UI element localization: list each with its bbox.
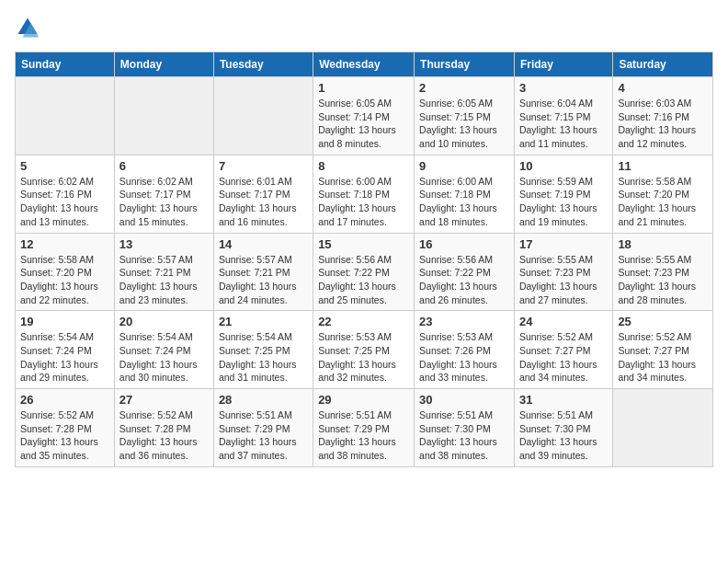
calendar-week-row: 12Sunrise: 5:58 AM Sunset: 7:20 PM Dayli… bbox=[16, 233, 713, 311]
calendar-cell: 22Sunrise: 5:53 AM Sunset: 7:25 PM Dayli… bbox=[313, 311, 415, 389]
day-number: 13 bbox=[119, 237, 209, 251]
calendar-cell: 2Sunrise: 6:05 AM Sunset: 7:15 PM Daylig… bbox=[415, 77, 515, 155]
day-number: 31 bbox=[519, 393, 608, 407]
calendar-week-row: 5Sunrise: 6:02 AM Sunset: 7:16 PM Daylig… bbox=[16, 155, 713, 233]
calendar-cell: 25Sunrise: 5:52 AM Sunset: 7:27 PM Dayli… bbox=[613, 311, 713, 389]
day-info: Sunrise: 6:05 AM Sunset: 7:14 PM Dayligh… bbox=[318, 97, 409, 151]
day-info: Sunrise: 5:51 AM Sunset: 7:29 PM Dayligh… bbox=[318, 408, 409, 463]
calendar-cell: 27Sunrise: 5:52 AM Sunset: 7:28 PM Dayli… bbox=[114, 389, 213, 467]
calendar-week-row: 26Sunrise: 5:52 AM Sunset: 7:28 PM Dayli… bbox=[16, 389, 713, 467]
page-header bbox=[15, 15, 713, 40]
day-info: Sunrise: 5:57 AM Sunset: 7:21 PM Dayligh… bbox=[219, 253, 308, 307]
calendar-cell: 19Sunrise: 5:54 AM Sunset: 7:24 PM Dayli… bbox=[16, 311, 115, 389]
day-info: Sunrise: 5:55 AM Sunset: 7:23 PM Dayligh… bbox=[618, 253, 708, 307]
day-info: Sunrise: 5:51 AM Sunset: 7:30 PM Dayligh… bbox=[519, 408, 608, 463]
day-info: Sunrise: 6:02 AM Sunset: 7:16 PM Dayligh… bbox=[20, 175, 109, 229]
day-number: 4 bbox=[618, 81, 708, 95]
day-info: Sunrise: 5:51 AM Sunset: 7:30 PM Dayligh… bbox=[419, 408, 509, 463]
day-info: Sunrise: 5:58 AM Sunset: 7:20 PM Dayligh… bbox=[20, 253, 109, 307]
calendar-cell bbox=[16, 77, 115, 155]
day-info: Sunrise: 5:51 AM Sunset: 7:29 PM Dayligh… bbox=[219, 408, 308, 463]
day-number: 5 bbox=[20, 159, 109, 173]
calendar-week-row: 1Sunrise: 6:05 AM Sunset: 7:14 PM Daylig… bbox=[16, 77, 713, 155]
day-info: Sunrise: 5:52 AM Sunset: 7:27 PM Dayligh… bbox=[618, 330, 708, 385]
day-number: 26 bbox=[20, 393, 109, 407]
weekday-header: Monday bbox=[114, 52, 213, 77]
day-number: 28 bbox=[219, 393, 308, 407]
calendar-cell: 3Sunrise: 6:04 AM Sunset: 7:15 PM Daylig… bbox=[514, 77, 612, 155]
day-number: 16 bbox=[419, 237, 509, 251]
day-info: Sunrise: 5:54 AM Sunset: 7:24 PM Dayligh… bbox=[119, 330, 209, 385]
calendar-cell: 16Sunrise: 5:56 AM Sunset: 7:22 PM Dayli… bbox=[415, 233, 515, 311]
calendar-cell: 30Sunrise: 5:51 AM Sunset: 7:30 PM Dayli… bbox=[415, 389, 515, 467]
calendar-cell: 17Sunrise: 5:55 AM Sunset: 7:23 PM Dayli… bbox=[514, 233, 612, 311]
day-number: 21 bbox=[219, 315, 308, 328]
day-number: 11 bbox=[618, 159, 708, 173]
day-info: Sunrise: 5:53 AM Sunset: 7:26 PM Dayligh… bbox=[419, 330, 509, 385]
day-number: 3 bbox=[519, 81, 608, 95]
weekday-header: Wednesday bbox=[313, 52, 415, 77]
calendar-cell: 24Sunrise: 5:52 AM Sunset: 7:27 PM Dayli… bbox=[514, 311, 612, 389]
day-info: Sunrise: 5:55 AM Sunset: 7:23 PM Dayligh… bbox=[519, 253, 608, 307]
day-number: 12 bbox=[20, 237, 109, 251]
calendar-cell bbox=[114, 77, 213, 155]
calendar-cell: 21Sunrise: 5:54 AM Sunset: 7:25 PM Dayli… bbox=[213, 311, 313, 389]
weekday-header: Friday bbox=[514, 52, 612, 77]
day-info: Sunrise: 5:54 AM Sunset: 7:25 PM Dayligh… bbox=[219, 330, 308, 385]
day-number: 14 bbox=[219, 237, 308, 251]
day-info: Sunrise: 5:54 AM Sunset: 7:24 PM Dayligh… bbox=[20, 330, 109, 385]
weekday-header: Sunday bbox=[16, 52, 115, 77]
day-number: 2 bbox=[419, 81, 509, 95]
calendar-cell: 23Sunrise: 5:53 AM Sunset: 7:26 PM Dayli… bbox=[415, 311, 515, 389]
calendar-cell: 13Sunrise: 5:57 AM Sunset: 7:21 PM Dayli… bbox=[114, 233, 213, 311]
day-info: Sunrise: 6:04 AM Sunset: 7:15 PM Dayligh… bbox=[519, 97, 608, 151]
day-info: Sunrise: 6:00 AM Sunset: 7:18 PM Dayligh… bbox=[419, 175, 509, 229]
day-number: 18 bbox=[618, 237, 708, 251]
calendar-cell: 7Sunrise: 6:01 AM Sunset: 7:17 PM Daylig… bbox=[213, 155, 313, 233]
logo bbox=[15, 15, 44, 40]
day-info: Sunrise: 5:56 AM Sunset: 7:22 PM Dayligh… bbox=[419, 253, 509, 307]
calendar-cell bbox=[213, 77, 313, 155]
day-info: Sunrise: 6:02 AM Sunset: 7:17 PM Dayligh… bbox=[119, 175, 209, 229]
day-number: 25 bbox=[618, 315, 708, 328]
calendar-cell: 4Sunrise: 6:03 AM Sunset: 7:16 PM Daylig… bbox=[613, 77, 713, 155]
day-number: 19 bbox=[20, 315, 109, 328]
calendar-cell bbox=[613, 389, 713, 467]
calendar-cell: 18Sunrise: 5:55 AM Sunset: 7:23 PM Dayli… bbox=[613, 233, 713, 311]
day-info: Sunrise: 5:53 AM Sunset: 7:25 PM Dayligh… bbox=[318, 330, 409, 385]
day-number: 15 bbox=[318, 237, 409, 251]
calendar-cell: 31Sunrise: 5:51 AM Sunset: 7:30 PM Dayli… bbox=[514, 389, 612, 467]
weekday-header-row: SundayMondayTuesdayWednesdayThursdayFrid… bbox=[16, 52, 713, 77]
day-number: 10 bbox=[519, 159, 608, 173]
day-info: Sunrise: 5:59 AM Sunset: 7:19 PM Dayligh… bbox=[519, 175, 608, 229]
day-number: 20 bbox=[119, 315, 209, 328]
calendar-cell: 28Sunrise: 5:51 AM Sunset: 7:29 PM Dayli… bbox=[213, 389, 313, 467]
day-info: Sunrise: 5:52 AM Sunset: 7:28 PM Dayligh… bbox=[119, 408, 209, 463]
day-number: 6 bbox=[119, 159, 209, 173]
day-info: Sunrise: 5:52 AM Sunset: 7:27 PM Dayligh… bbox=[519, 330, 608, 385]
weekday-header: Thursday bbox=[415, 52, 515, 77]
calendar-cell: 1Sunrise: 6:05 AM Sunset: 7:14 PM Daylig… bbox=[313, 77, 415, 155]
day-number: 29 bbox=[318, 393, 409, 407]
weekday-header: Saturday bbox=[613, 52, 713, 77]
calendar-cell: 12Sunrise: 5:58 AM Sunset: 7:20 PM Dayli… bbox=[16, 233, 115, 311]
day-info: Sunrise: 6:01 AM Sunset: 7:17 PM Dayligh… bbox=[219, 175, 308, 229]
weekday-header: Tuesday bbox=[213, 52, 313, 77]
calendar-cell: 26Sunrise: 5:52 AM Sunset: 7:28 PM Dayli… bbox=[16, 389, 115, 467]
calendar-cell: 5Sunrise: 6:02 AM Sunset: 7:16 PM Daylig… bbox=[16, 155, 115, 233]
day-number: 27 bbox=[119, 393, 209, 407]
day-number: 7 bbox=[219, 159, 308, 173]
calendar-cell: 14Sunrise: 5:57 AM Sunset: 7:21 PM Dayli… bbox=[213, 233, 313, 311]
day-number: 9 bbox=[419, 159, 509, 173]
day-info: Sunrise: 5:57 AM Sunset: 7:21 PM Dayligh… bbox=[119, 253, 209, 307]
calendar-cell: 20Sunrise: 5:54 AM Sunset: 7:24 PM Dayli… bbox=[114, 311, 213, 389]
day-number: 23 bbox=[419, 315, 509, 328]
day-info: Sunrise: 6:03 AM Sunset: 7:16 PM Dayligh… bbox=[618, 97, 708, 151]
day-info: Sunrise: 5:58 AM Sunset: 7:20 PM Dayligh… bbox=[618, 175, 708, 229]
calendar-week-row: 19Sunrise: 5:54 AM Sunset: 7:24 PM Dayli… bbox=[16, 311, 713, 389]
day-number: 30 bbox=[419, 393, 509, 407]
day-info: Sunrise: 6:00 AM Sunset: 7:18 PM Dayligh… bbox=[318, 175, 409, 229]
day-number: 24 bbox=[519, 315, 608, 328]
calendar-cell: 9Sunrise: 6:00 AM Sunset: 7:18 PM Daylig… bbox=[415, 155, 515, 233]
day-info: Sunrise: 6:05 AM Sunset: 7:15 PM Dayligh… bbox=[419, 97, 509, 151]
